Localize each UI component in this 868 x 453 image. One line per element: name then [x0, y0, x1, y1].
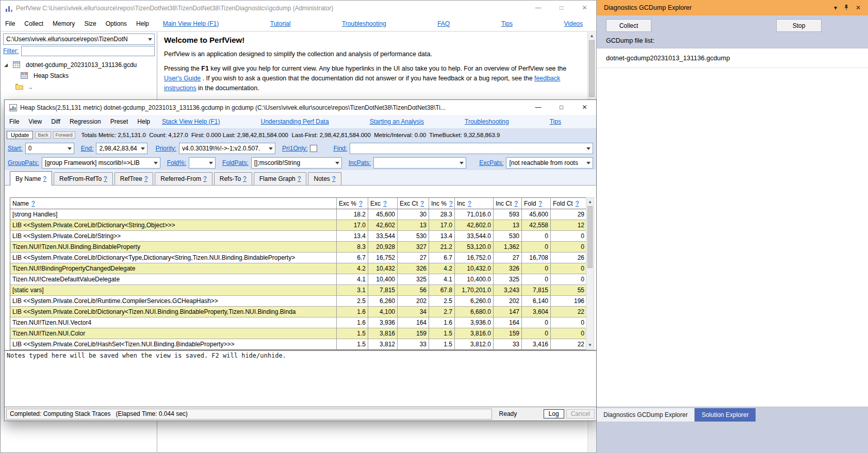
gcdump-file-item[interactable]: dotnet-gcdump20231013_131136.gcdump — [597, 48, 868, 68]
filter-label[interactable]: Filter: — [3, 47, 19, 55]
menu-diff[interactable]: Diff — [46, 118, 65, 125]
bottom-tab-diagnostics-gcdump-explorer[interactable]: Diagnostics GCDump Explorer — [597, 408, 695, 422]
inline-link-user-s-guide[interactable]: User's Guide — [164, 75, 201, 82]
filter-input[interactable] — [21, 46, 155, 56]
menu-file[interactable]: File — [5, 118, 24, 125]
scroll-thumb[interactable] — [587, 206, 593, 268]
menu-help[interactable]: Help — [132, 20, 154, 27]
help-link-tips[interactable]: Tips — [550, 118, 561, 125]
table-row[interactable]: Tizen.NUI!Tizen.NUI.Color1.53,8161591.53… — [10, 328, 586, 339]
close-button[interactable]: ✕ — [573, 1, 596, 16]
column-help-link[interactable]: ? — [468, 200, 471, 207]
excpats-combobox[interactable]: [not reachable from roots — [506, 157, 593, 169]
tab-help-link[interactable]: ? — [104, 175, 107, 182]
close-icon[interactable]: ✕ — [856, 4, 861, 11]
help-link-tips[interactable]: Tips — [501, 20, 513, 27]
column-header-name[interactable]: Name? — [10, 198, 337, 209]
collect-button[interactable]: Collect — [606, 19, 651, 32]
scroll-up-icon[interactable]: ▲ — [586, 198, 594, 206]
tab-flame-graph[interactable]: Flame Graph? — [254, 172, 307, 185]
tab-reftree[interactable]: RefTree? — [114, 172, 154, 185]
foldpats-combobox[interactable]: [];mscorlib!String — [251, 157, 342, 169]
help-link-troubleshooting[interactable]: Troubleshooting — [342, 20, 386, 27]
table-row[interactable]: LIB <<System.Private.CoreLib!Dictionary<… — [10, 253, 586, 263]
table-row[interactable]: LIB <<System.Private.CoreLib!Runtime.Com… — [10, 296, 586, 307]
heap-titlebar[interactable]: Heap Stacks(2,51,131 metric) dotnet-gcdu… — [5, 100, 596, 115]
tab-reffrom-refto[interactable]: RefFrom-RefTo? — [54, 172, 113, 185]
scroll-down-icon[interactable]: ▼ — [586, 341, 594, 349]
tab-referred-from[interactable]: Referred-From? — [155, 172, 212, 185]
stop-button[interactable]: Stop — [776, 19, 822, 32]
priority-label[interactable]: Priority: — [155, 145, 176, 152]
tree-expander-icon[interactable]: ◢ — [4, 62, 10, 68]
help-link-understanding-perf-data[interactable]: Understanding Perf Data — [261, 118, 329, 125]
table-row[interactable]: [static vars]3.17,8155667.81,70,201.03,2… — [10, 285, 586, 296]
incpats-label[interactable]: IncPats: — [349, 159, 371, 166]
maximize-button[interactable]: □ — [550, 1, 573, 16]
column-header-exc[interactable]: Exc? — [368, 198, 398, 209]
priority-combobox[interactable]: v4.0.30319\%!->-1;v2.0.507. — [179, 143, 275, 154]
help-link-videos[interactable]: Videos — [564, 20, 583, 27]
back-button[interactable]: Back — [35, 131, 51, 139]
table-row[interactable]: LIB <<System.Private.CoreLib!Dictionary<… — [10, 220, 586, 231]
find-label[interactable]: Find: — [333, 145, 347, 152]
column-header-fold-ct[interactable]: Fold Ct? — [551, 198, 586, 209]
column-help-link[interactable]: ? — [538, 200, 542, 207]
forward-button[interactable]: Forward — [53, 131, 75, 139]
pri1only-checkbox[interactable] — [310, 145, 317, 152]
directory-combobox[interactable]: C:\Users\vivek.ellur\source\repos\TizenD… — [3, 33, 155, 45]
tree-item-gcdump-file[interactable]: ◢ dotnet-gcdump_20231013_131136.gcdu — [1, 59, 157, 70]
help-link-tutorial[interactable]: Tutorial — [270, 20, 291, 27]
menu-size[interactable]: Size — [79, 20, 101, 27]
log-button[interactable]: Log — [544, 409, 564, 418]
tab-help-link[interactable]: ? — [243, 175, 247, 182]
tree-item-parent-dir[interactable]: .. — [1, 81, 157, 92]
column-help-link[interactable]: ? — [359, 200, 363, 207]
table-row[interactable]: Tizen.NUI!Tizen.NUI.Binding.BindableProp… — [10, 242, 586, 253]
menu-view[interactable]: View — [24, 118, 46, 125]
foldpats-label[interactable]: FoldPats: — [222, 159, 249, 166]
column-header-exc-ct[interactable]: Exc Ct? — [398, 198, 429, 209]
menu-regression[interactable]: Regression — [65, 118, 106, 125]
grouppats-combobox[interactable]: [group Framework] mscorlib!=>LIB — [42, 157, 160, 169]
end-combobox[interactable]: 2,98,42,83,64 — [96, 143, 148, 154]
column-help-link[interactable]: ? — [576, 200, 579, 207]
scroll-up-icon[interactable]: ▲ — [588, 32, 596, 40]
tab-help-link[interactable]: ? — [298, 175, 301, 182]
minimize-button[interactable]: — — [527, 1, 550, 16]
help-link-main-view-help-f1[interactable]: Main View Help (F1) — [163, 20, 219, 27]
tab-help-link[interactable]: ? — [144, 175, 148, 182]
column-help-link[interactable]: ? — [449, 200, 453, 207]
table-row[interactable]: LIB <<System.Private.CoreLib!HashSet<Tiz… — [10, 339, 586, 350]
menu-file[interactable]: File — [1, 20, 20, 27]
tab-help-link[interactable]: ? — [43, 175, 46, 182]
help-link-troubleshooting[interactable]: Troubleshooting — [465, 118, 509, 125]
foldpct-combobox[interactable] — [189, 157, 216, 169]
table-row[interactable]: Tizen.NUI!CreateDefaultValueDelegate4.11… — [10, 274, 586, 285]
notes-pane[interactable]: Notes typed here will be saved when the … — [5, 350, 596, 407]
menu-preset[interactable]: Preset — [106, 118, 133, 125]
menu-help[interactable]: Help — [133, 118, 155, 125]
table-scrollbar[interactable]: ▲ ▼ — [586, 197, 594, 350]
start-combobox[interactable]: 0 — [25, 143, 74, 154]
table-row[interactable]: [strong Handles]18.245,6003028.371,016.0… — [10, 209, 586, 220]
find-combobox[interactable] — [350, 143, 593, 154]
bottom-tab-solution-explorer[interactable]: Solution Explorer — [695, 408, 755, 422]
menu-options[interactable]: Options — [101, 20, 132, 27]
cancel-button[interactable]: Cancel — [566, 409, 595, 418]
end-label[interactable]: End: — [81, 145, 94, 152]
column-help-link[interactable]: ? — [31, 200, 35, 207]
table-row[interactable]: Tizen.NUI!BindingPropertyChangedDelegate… — [10, 263, 586, 274]
foldpct-label[interactable]: Fold%: — [167, 159, 186, 166]
column-header-inc[interactable]: Inc %? — [429, 198, 455, 209]
tree-item-heap-stacks[interactable]: Heap Stacks — [1, 70, 157, 81]
vs-titlebar[interactable]: Diagnostics GCDump Explorer ▾ ✕ — [597, 0, 868, 15]
scroll-thumb[interactable] — [589, 40, 595, 97]
menu-memory[interactable]: Memory — [48, 20, 79, 27]
incpats-combobox[interactable] — [373, 157, 466, 169]
update-button[interactable]: Update — [7, 131, 33, 139]
window-position-icon[interactable]: ▾ — [834, 4, 837, 11]
close-button[interactable]: ✕ — [573, 100, 596, 115]
column-help-link[interactable]: ? — [514, 200, 518, 207]
excpats-label[interactable]: ExcPats: — [479, 159, 503, 166]
